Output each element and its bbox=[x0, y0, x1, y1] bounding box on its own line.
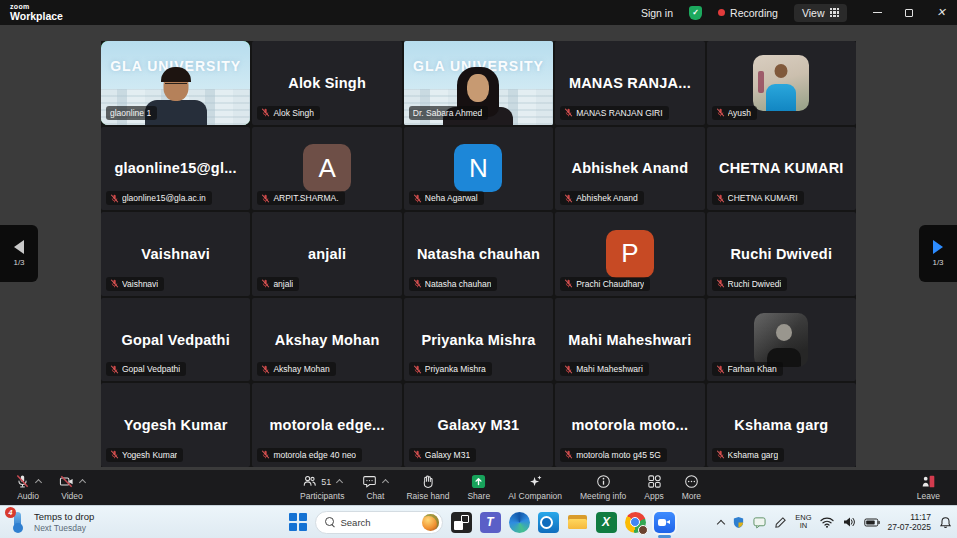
participant-tile[interactable]: motorola edge... motorola edge 40 neo bbox=[252, 383, 401, 467]
previous-page-button[interactable]: 1/3 bbox=[0, 225, 38, 282]
taskbar-search-box[interactable]: Search bbox=[315, 511, 443, 534]
page-indicator: 1/3 bbox=[932, 258, 943, 267]
participant-tile[interactable]: motorola moto... motorola moto g45 5G bbox=[555, 383, 704, 467]
next-page-button[interactable]: 1/3 bbox=[919, 225, 957, 282]
chat-options-chevron-icon[interactable] bbox=[382, 479, 389, 486]
sign-in-link[interactable]: Sign in bbox=[641, 7, 673, 19]
minimize-button[interactable] bbox=[861, 0, 893, 25]
excel-icon[interactable]: X bbox=[596, 512, 617, 533]
search-icon bbox=[325, 517, 335, 527]
participant-tile[interactable]: Vaishnavi Vaishnavi bbox=[101, 212, 250, 296]
participant-tile[interactable]: Abhishek Anand Abhishek Anand bbox=[555, 127, 704, 211]
participant-tile[interactable]: GLA UNIVERSITY glaonline 1 bbox=[101, 41, 250, 125]
edge-icon[interactable] bbox=[509, 512, 530, 533]
participant-tile[interactable]: A ARPIT.SHARMA. bbox=[252, 127, 401, 211]
raise-hand-icon bbox=[420, 474, 435, 489]
muted-mic-icon bbox=[110, 365, 119, 374]
video-options-chevron-icon[interactable] bbox=[79, 479, 86, 486]
participant-name-label: ARPIT.SHARMA. bbox=[257, 191, 344, 205]
participant-tile[interactable]: Farhan Khan bbox=[707, 298, 856, 382]
participant-name-label: glaonline 1 bbox=[106, 106, 157, 120]
participant-name-label: MANAS RANJAN GIRI bbox=[560, 106, 668, 120]
participant-tile[interactable]: Mahi Maheshwari Mahi Maheshwari bbox=[555, 298, 704, 382]
audio-options-chevron-icon[interactable] bbox=[35, 479, 42, 486]
restore-button[interactable] bbox=[893, 0, 925, 25]
participant-tile[interactable]: Alok Singh Alok Singh bbox=[252, 41, 401, 125]
meeting-info-button[interactable]: Meeting info bbox=[571, 470, 635, 505]
participant-tile[interactable]: Yogesh Kumar Yogesh Kumar bbox=[101, 383, 250, 467]
participant-tile[interactable]: glaonline15@gl... glaonline15@gla.ac.in bbox=[101, 127, 250, 211]
start-button[interactable] bbox=[289, 513, 307, 531]
leave-button[interactable]: Leave bbox=[908, 470, 949, 505]
participant-tile[interactable]: Galaxy M31 Galaxy M31 bbox=[404, 383, 553, 467]
apps-button[interactable]: Apps bbox=[635, 470, 672, 505]
view-button[interactable]: View bbox=[794, 4, 847, 22]
participant-name-label: Vaishnavi bbox=[106, 277, 164, 291]
participant-tile[interactable]: Gopal Vedpathi Gopal Vedpathi bbox=[101, 298, 250, 382]
zoom-workplace-logo: zoom Workplace bbox=[10, 3, 63, 22]
battery-icon[interactable] bbox=[864, 518, 880, 527]
muted-mic-icon bbox=[716, 365, 725, 374]
recording-label: Recording bbox=[730, 7, 778, 19]
participants-icon bbox=[302, 474, 317, 489]
participants-button[interactable]: 51 Participants bbox=[291, 470, 353, 505]
taskbar-weather-widget[interactable]: 4 Temps to drop Next Tuesday bbox=[7, 510, 94, 534]
participant-tile[interactable]: Akshay Mohan Akshay Mohan bbox=[252, 298, 401, 382]
share-screen-button[interactable]: Share bbox=[458, 470, 499, 505]
security-icon[interactable] bbox=[732, 516, 745, 529]
participant-name-label: glaonline15@gla.ac.in bbox=[106, 191, 212, 205]
participant-tile[interactable]: P Prachi Chaudhary bbox=[555, 212, 704, 296]
apps-icon bbox=[647, 474, 662, 489]
raise-hand-button[interactable]: Raise hand bbox=[397, 470, 458, 505]
zoom-icon[interactable] bbox=[654, 512, 675, 533]
video-button[interactable]: Video bbox=[50, 470, 94, 505]
muted-mic-icon bbox=[110, 194, 119, 203]
participant-tile[interactable]: GLA UNIVERSITY Dr. Sabara Ahmed bbox=[404, 41, 553, 125]
close-button[interactable]: ✕ bbox=[925, 0, 957, 25]
chat-icon[interactable] bbox=[753, 516, 766, 529]
file-explorer-icon[interactable] bbox=[567, 512, 588, 533]
teams-icon[interactable]: T bbox=[480, 512, 501, 533]
participants-options-chevron-icon[interactable] bbox=[336, 479, 343, 486]
chrome-icon[interactable] bbox=[625, 512, 646, 533]
ai-companion-button[interactable]: AI Companion bbox=[499, 470, 571, 505]
outlook-icon[interactable] bbox=[538, 512, 559, 533]
encryption-shield-icon[interactable]: ✓ bbox=[689, 6, 702, 20]
search-highlight-image[interactable] bbox=[422, 514, 439, 531]
chat-button[interactable]: Chat bbox=[353, 470, 397, 505]
more-button[interactable]: More bbox=[673, 470, 710, 505]
pen-input-icon[interactable] bbox=[774, 516, 787, 529]
participant-tile[interactable]: Priyanka Mishra Priyanka Mishra bbox=[404, 298, 553, 382]
participant-tile[interactable]: Natasha chauhan Natasha chauhan bbox=[404, 212, 553, 296]
participant-tile[interactable]: CHETNA KUMARI CHETNA KUMARI bbox=[707, 127, 856, 211]
weather-subline: Next Tuesday bbox=[34, 523, 94, 533]
task-view-icon[interactable] bbox=[451, 512, 472, 533]
info-circle-icon bbox=[596, 474, 611, 489]
volume-icon[interactable] bbox=[842, 516, 856, 528]
chevron-up-icon[interactable] bbox=[717, 519, 725, 527]
weather-thermometer-icon: 4 bbox=[7, 510, 27, 534]
participant-tile[interactable]: Kshama garg Kshama garg bbox=[707, 383, 856, 467]
participant-tile[interactable]: MANAS RANJA... MANAS RANJAN GIRI bbox=[555, 41, 704, 125]
language-indicator[interactable]: ENG IN bbox=[795, 514, 811, 530]
weather-headline: Temps to drop bbox=[34, 511, 94, 522]
participant-name-label: Ruchi Dwivedi bbox=[712, 277, 788, 291]
recording-indicator[interactable]: Recording bbox=[718, 7, 778, 19]
participant-name-label: Kshama garg bbox=[712, 448, 785, 462]
clock-widget[interactable]: 11:17 27-07-2025 bbox=[888, 512, 931, 532]
muted-mic-icon bbox=[261, 279, 270, 288]
wifi-icon[interactable] bbox=[820, 516, 834, 528]
participant-tile[interactable]: N Neha Agarwal bbox=[404, 127, 553, 211]
participant-name-label: Abhishek Anand bbox=[560, 191, 643, 205]
muted-mic-icon bbox=[564, 365, 573, 374]
muted-mic-icon bbox=[261, 108, 270, 117]
page-indicator: 1/3 bbox=[13, 258, 24, 267]
participants-grid: GLA UNIVERSITY glaonline 1 Alok Singh Al… bbox=[101, 41, 856, 467]
view-label: View bbox=[802, 7, 825, 19]
notification-icon[interactable] bbox=[939, 516, 952, 529]
participant-tile[interactable]: Ruchi Dwivedi Ruchi Dwivedi bbox=[707, 212, 856, 296]
audio-button[interactable]: Audio bbox=[6, 470, 50, 505]
search-placeholder: Search bbox=[341, 517, 416, 528]
participant-tile[interactable]: Ayush bbox=[707, 41, 856, 125]
participant-tile[interactable]: anjali anjali bbox=[252, 212, 401, 296]
